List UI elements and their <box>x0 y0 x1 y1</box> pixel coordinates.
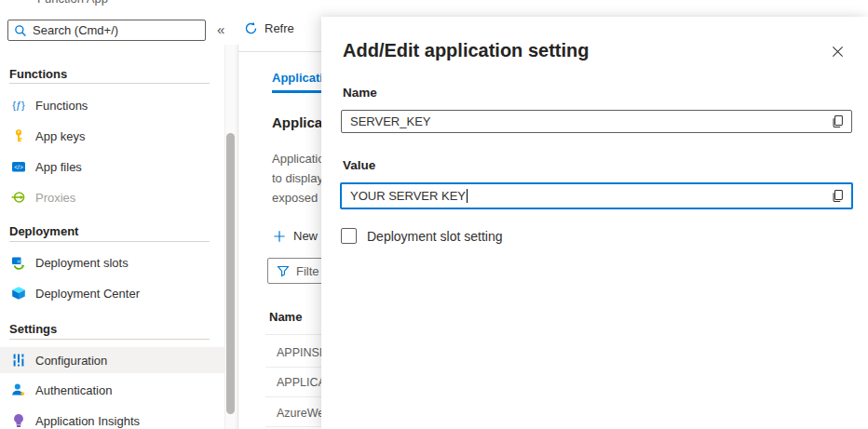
svg-text:</>: </> <box>14 164 23 170</box>
sidebar-collapse-button[interactable]: « <box>217 21 224 37</box>
sidebar-item-label: App files <box>35 160 82 174</box>
page-header-title: Function App <box>37 0 108 6</box>
sidebar-item-label: Functions <box>35 99 88 113</box>
value-input-value: YOUR SERVER KEY <box>350 189 466 203</box>
refresh-button[interactable]: Refre <box>244 21 294 35</box>
filter-funnel-icon <box>277 264 290 277</box>
name-input[interactable]: SERVER_KEY <box>341 110 852 133</box>
copy-icon <box>831 114 845 128</box>
copy-name-button[interactable] <box>823 111 851 132</box>
sidebar-item-label: App keys <box>35 129 85 143</box>
table-row[interactable]: APPLICA <box>277 376 326 389</box>
sidebar-item-label: Application Insights <box>35 414 140 428</box>
plus-icon <box>273 230 286 243</box>
sidebar-item-label: Deployment slots <box>35 256 129 270</box>
deployment-slot-setting-row[interactable]: Deployment slot setting <box>341 228 503 244</box>
deployment-slot-setting-label: Deployment slot setting <box>367 229 503 244</box>
search-input[interactable] <box>33 23 199 37</box>
functions-icon: {ƒ} <box>11 98 26 113</box>
new-application-setting-button[interactable]: New <box>273 229 318 243</box>
divider <box>237 45 238 429</box>
close-icon[interactable] <box>825 39 849 63</box>
sidebar-item-functions[interactable]: {ƒ} Functions <box>0 92 224 118</box>
application-insights-icon <box>11 413 26 428</box>
name-field-label: Name <box>343 86 377 100</box>
sidebar-item-authentication[interactable]: Authentication <box>0 377 224 403</box>
name-input-value: SERVER_KEY <box>350 114 430 128</box>
section-header-deployment: Deployment <box>9 224 78 238</box>
sidebar-item-label: Proxies <box>35 191 75 205</box>
value-input[interactable]: YOUR SERVER KEY <box>340 182 853 209</box>
deployment-center-icon <box>11 286 26 301</box>
proxies-icon <box>11 190 26 205</box>
value-field-label: Value <box>343 158 375 172</box>
sidebar-item-app-keys[interactable]: App keys <box>0 123 224 149</box>
authentication-icon <box>11 382 26 397</box>
table-row[interactable]: AzureWe <box>277 407 324 420</box>
sidebar-item-deployment-slots[interactable]: Deployment slots <box>0 249 224 275</box>
text-cursor <box>467 189 468 203</box>
sidebar-item-app-files[interactable]: </> App files <box>0 154 224 180</box>
divider <box>9 83 210 84</box>
section-header-settings: Settings <box>9 322 57 336</box>
deployment-slots-icon <box>11 255 26 270</box>
add-edit-application-setting-panel: Add/Edit application setting Name SERVER… <box>321 17 868 429</box>
divider <box>9 241 210 242</box>
search-icon <box>14 24 27 37</box>
sidebar-item-label: Configuration <box>35 354 107 368</box>
section-heading: Applicat <box>272 114 327 130</box>
section-header-functions: Functions <box>9 67 67 81</box>
azure-portal-screen: Function App « Functions {ƒ} Functions A… <box>0 0 868 429</box>
sidebar-scrollbar-thumb[interactable] <box>226 133 235 414</box>
column-header-name: Name <box>269 310 302 324</box>
sidebar-item-label: Deployment Center <box>35 287 140 301</box>
refresh-icon <box>244 21 258 35</box>
new-button-label: New <box>293 229 318 243</box>
copy-icon <box>831 189 845 203</box>
sidebar-item-label: Authentication <box>35 383 112 397</box>
sidebar-item-application-insights[interactable]: Application Insights <box>0 408 224 429</box>
divider <box>9 339 210 340</box>
table-row[interactable]: APPINSI <box>277 346 322 359</box>
panel-title: Add/Edit application setting <box>343 40 589 61</box>
svg-text:{ƒ}: {ƒ} <box>12 100 25 111</box>
divider <box>238 51 321 52</box>
refresh-label: Refre <box>264 21 294 35</box>
configuration-icon <box>11 353 26 368</box>
sidebar-item-proxies[interactable]: Proxies <box>0 184 224 210</box>
copy-value-button[interactable] <box>823 184 851 208</box>
key-icon <box>11 128 26 143</box>
sidebar-search-box[interactable] <box>7 20 206 41</box>
sidebar-item-configuration[interactable]: Configuration <box>0 347 224 373</box>
sidebar-item-deployment-center[interactable]: Deployment Center <box>0 280 224 306</box>
filter-placeholder: Filte <box>296 264 319 278</box>
deployment-slot-setting-checkbox[interactable] <box>341 228 357 244</box>
app-files-icon: </> <box>11 159 26 174</box>
